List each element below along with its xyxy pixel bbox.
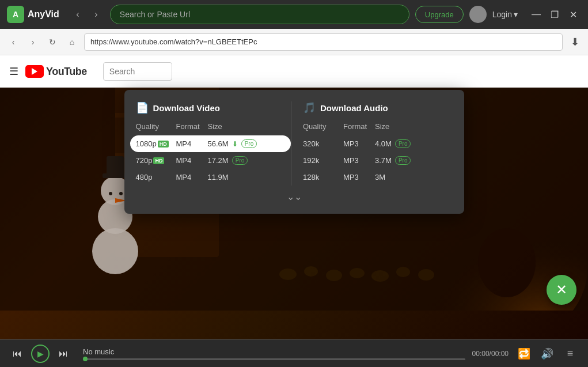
size-1080p: 56.6M ⬇ Pro (208, 139, 286, 148)
pro-badge-720p: Pro (232, 156, 248, 165)
play-controls: ⏮ ▶ ⏭ (9, 345, 71, 363)
audio-icon: 🎵 (303, 101, 316, 114)
video-row-720p[interactable]: 720p HD MP4 17.2M Pro (136, 152, 286, 169)
playlist-button[interactable]: ≡ (562, 345, 579, 362)
hd-badge-720p: HD (153, 157, 164, 164)
panel-sections: 📄 Download Video Quality Format Size 108… (136, 101, 453, 186)
time-display: 00:00/00:00 (472, 350, 509, 358)
svg-point-23 (371, 270, 389, 282)
upgrade-button[interactable]: Upgrade (415, 6, 464, 23)
expand-button[interactable]: ⌄⌄ (136, 191, 453, 202)
svg-point-21 (326, 270, 342, 281)
addressbar: ‹ › ↻ ⌂ ⬇ (0, 29, 588, 55)
svg-rect-14 (107, 156, 124, 175)
dropdown-icon: ▾ (514, 10, 518, 19)
youtube-logo: YouTube (25, 65, 87, 78)
playlist-icon: ≡ (567, 347, 574, 360)
size-128k: 3M (375, 173, 453, 181)
quality-480p: 480p (136, 173, 176, 181)
titlebar: A AnyVid ‹ › Search or Paste Url Upgrade… (0, 0, 588, 29)
logo-icon: A (7, 6, 24, 23)
svg-point-22 (350, 268, 365, 278)
nav-back-button[interactable]: ‹ (70, 6, 86, 22)
audio-format-header: Format (343, 122, 375, 131)
search-bar[interactable]: Search or Paste Url (110, 5, 409, 24)
hamburger-icon[interactable]: ☰ (9, 65, 18, 78)
chevron-down-icon: ⌄⌄ (287, 192, 302, 202)
repeat-icon: 🔁 (518, 347, 530, 360)
bottom-bar: ⏮ ▶ ⏭ No music 00:00/00:00 🔁 🔊 ≡ (0, 339, 588, 367)
pro-badge-320k: Pro (395, 139, 411, 148)
svg-point-20 (304, 266, 318, 277)
audio-quality-header: Quality (303, 122, 343, 131)
app-logo: A AnyVid (7, 6, 59, 23)
format-480p: MP4 (176, 173, 208, 181)
nav-arrows: ‹ › (70, 6, 104, 22)
svg-point-16 (109, 192, 112, 195)
search-placeholder: Search or Paste Url (120, 10, 190, 19)
quality-1080p: 1080p HD (136, 139, 176, 148)
bottom-actions: 🔁 🔊 ≡ (515, 345, 579, 362)
skip-back-button[interactable]: ⏮ (9, 346, 25, 362)
svg-point-17 (119, 192, 123, 195)
close-x-icon: ✕ (556, 282, 567, 298)
close-panel-button[interactable]: ✕ (547, 275, 576, 305)
format-128k: MP3 (343, 173, 375, 181)
audio-row-128k[interactable]: 128k MP3 3M (303, 169, 453, 186)
pro-badge-1080p: Pro (241, 139, 257, 148)
quality-320k: 320k (303, 139, 343, 148)
format-720p: MP4 (176, 156, 208, 165)
minimize-button[interactable]: — (528, 6, 544, 22)
video-row-1080p[interactable]: 1080p HD MP4 56.6M ⬇ Pro (130, 135, 291, 152)
maximize-button[interactable]: ❐ (547, 6, 563, 22)
addr-back-button[interactable]: ‹ (6, 35, 21, 50)
addr-forward-button[interactable]: › (25, 35, 40, 50)
youtube-logo-text: YouTube (46, 66, 87, 78)
skip-forward-button[interactable]: ⏭ (55, 346, 71, 362)
main-content: ☰ YouTube 📄 Download Video Quality Forma… (0, 55, 588, 339)
progress-dot (83, 357, 88, 361)
nav-forward-button[interactable]: › (88, 6, 104, 22)
track-name: No music (83, 347, 465, 356)
youtube-header: ☰ YouTube (0, 55, 588, 88)
svg-point-24 (396, 267, 410, 277)
svg-point-19 (279, 268, 297, 280)
audio-section-header: 🎵 Download Audio (303, 101, 453, 114)
video-col-headers: Quality Format Size (136, 122, 286, 131)
audio-size-header: Size (375, 122, 453, 131)
svg-point-26 (478, 228, 536, 297)
repeat-button[interactable]: 🔁 (515, 345, 533, 362)
size-320k: 4.0M Pro (375, 139, 453, 148)
volume-icon: 🔊 (541, 347, 553, 360)
addr-download-button[interactable]: ⬇ (567, 35, 582, 50)
size-192k: 3.7M Pro (375, 156, 453, 165)
audio-row-320k[interactable]: 320k MP3 4.0M Pro (303, 135, 453, 152)
volume-button[interactable]: 🔊 (538, 345, 556, 362)
video-size-header: Size (208, 122, 286, 131)
video-row-480p[interactable]: 480p MP4 11.9M (136, 169, 286, 186)
addr-refresh-button[interactable]: ↻ (45, 35, 60, 50)
addr-home-button[interactable]: ⌂ (65, 35, 79, 50)
format-192k: MP3 (343, 156, 375, 165)
window-controls: — ❐ ✕ (528, 6, 581, 22)
audio-col-headers: Quality Format Size (303, 122, 453, 131)
svg-point-10 (92, 228, 138, 274)
youtube-search-input[interactable] (103, 62, 172, 81)
close-button[interactable]: ✕ (565, 6, 581, 22)
url-input[interactable] (84, 33, 563, 51)
track-progress-bar[interactable] (83, 358, 465, 360)
video-format-header: Format (176, 122, 208, 131)
audio-section-title: Download Audio (320, 103, 388, 113)
play-button[interactable]: ▶ (31, 345, 50, 363)
audio-row-192k[interactable]: 192k MP3 3.7M Pro (303, 152, 453, 169)
login-button[interactable]: Login ▾ (492, 10, 518, 19)
download-panel: 📄 Download Video Quality Format Size 108… (124, 90, 464, 214)
size-720p: 17.2M Pro (208, 156, 286, 165)
format-1080p: MP4 (176, 139, 208, 148)
pro-badge-192k: Pro (395, 156, 411, 165)
quality-128k: 128k (303, 173, 343, 181)
video-section-title: Download Video (153, 103, 220, 113)
quality-720p: 720p HD (136, 156, 176, 165)
quality-192k: 192k (303, 156, 343, 165)
avatar (469, 6, 487, 23)
